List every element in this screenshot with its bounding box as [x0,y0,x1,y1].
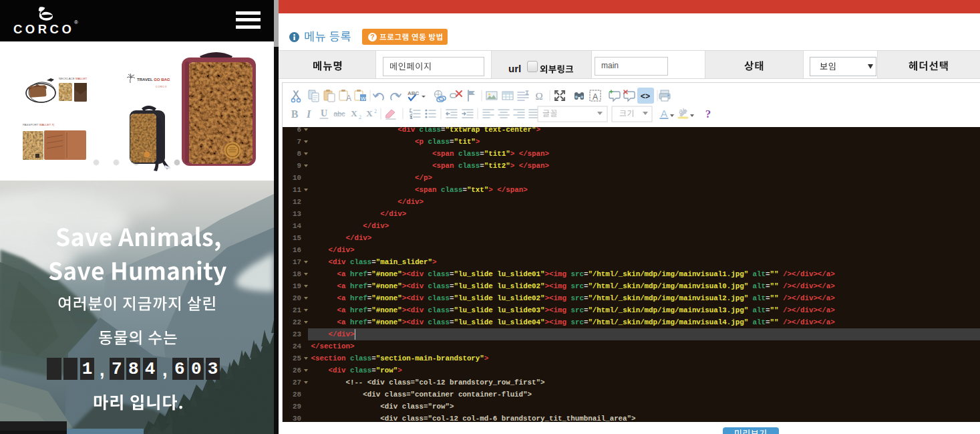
svg-text:2: 2 [359,114,361,120]
svg-text:Ω: Ω [535,91,542,102]
svg-text:ABC: ABC [407,90,420,96]
svg-text:?: ? [370,33,374,41]
svg-text:<>: <> [641,92,650,102]
svg-text:C O R C O: C O R C O [156,86,167,88]
svg-text:PASSPORT WALLET 7(: PASSPORT WALLET 7( [23,123,55,126]
svg-text:B: B [291,108,299,120]
svg-text:?: ? [705,108,711,120]
svg-text:W: W [361,96,366,102]
svg-text:2: 2 [374,108,377,114]
svg-text:X: X [366,108,373,118]
svg-text:U: U [321,108,327,118]
svg-text:I: I [306,108,311,120]
svg-text:A: A [661,108,667,119]
svg-text:X: X [351,108,357,118]
svg-text:A: A [593,92,598,102]
svg-text:A: A [346,94,351,103]
svg-text:NECKLACE WALLET: NECKLACE WALLET [59,77,88,80]
svg-text:TRAVEL GO BAG: TRAVEL GO BAG [137,78,170,82]
